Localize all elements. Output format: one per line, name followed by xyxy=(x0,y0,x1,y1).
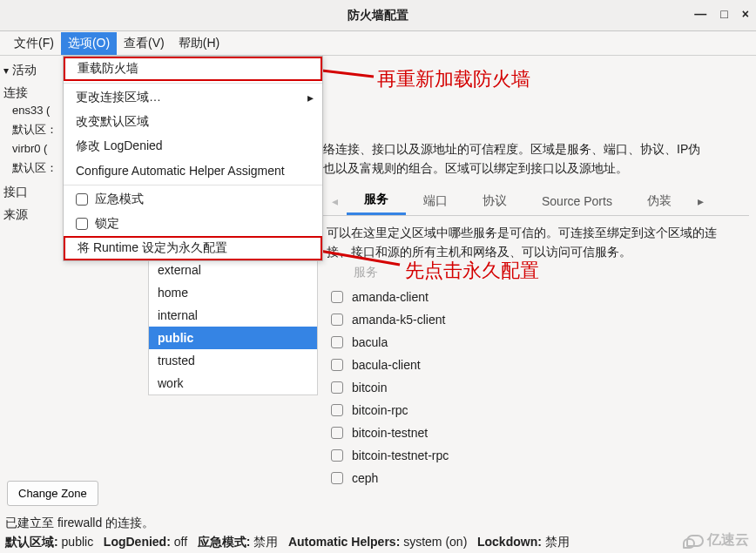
options-dropdown: 重载防火墙 更改连接区域… 改变默认区域 修改 LogDenied Config… xyxy=(63,56,323,261)
status-bar: 默认区域: public LogDenied: off 应急模式: 禁用 Aut… xyxy=(5,535,570,550)
zone-item-trusted[interactable]: trusted xyxy=(149,349,317,372)
service-row[interactable]: bitcoin xyxy=(329,376,744,399)
active-bindings-label[interactable]: ▾ 活动 xyxy=(3,63,63,78)
menu-change-default-zone[interactable]: 改变默认区域 xyxy=(64,110,322,134)
tab-nav-right-icon[interactable]: ▸ xyxy=(689,194,712,208)
checkbox-icon[interactable] xyxy=(331,472,343,484)
checkbox-icon[interactable] xyxy=(331,336,343,348)
annotation-permanent: 先点击永久配置 xyxy=(405,258,539,284)
menu-configure-helper[interactable]: Configure Automatic Helper Assigment xyxy=(64,158,322,183)
checkbox-icon xyxy=(76,193,88,206)
menu-modify-logdenied[interactable]: 修改 LogDenied xyxy=(64,134,322,158)
minimize-button[interactable]: — xyxy=(694,7,706,21)
connection-virbr0-zone: 默认区： xyxy=(3,158,63,178)
tab-protocols[interactable]: 协议 xyxy=(465,186,524,215)
maximize-button[interactable]: □ xyxy=(720,7,727,21)
left-sidebar: ▾ 活动 连接 ens33 ( 默认区： virbr0 ( 默认区： 接口 来源 xyxy=(3,63,63,223)
checkbox-icon xyxy=(76,218,88,230)
watermark: 亿速云 xyxy=(686,531,749,550)
menu-separator xyxy=(64,185,322,185)
connection-status: 已建立至 firewalld 的连接。 xyxy=(5,516,154,531)
connections-label: 连接 xyxy=(3,85,63,101)
menu-file[interactable]: 文件(F) xyxy=(7,32,61,55)
window-title: 防火墙配置 xyxy=(348,8,408,24)
zone-description: 络连接、接口以及源地址的可信程度。区域是服务、端口、协议、IP伪 也以及富规则的… xyxy=(323,139,749,178)
menu-change-connection-zone[interactable]: 更改连接区域… xyxy=(64,85,322,110)
service-row[interactable]: bacula-client xyxy=(329,354,744,376)
menu-reload-firewall[interactable]: 重载防火墙 xyxy=(64,57,322,81)
zone-item-public[interactable]: public xyxy=(149,327,317,349)
menu-options[interactable]: 选项(O) xyxy=(61,32,117,55)
services-list[interactable]: 服务 amanda-client amanda-k5-client bacula… xyxy=(329,265,744,489)
menu-bar: 文件(F) 选项(O) 查看(V) 帮助(H) xyxy=(0,31,756,56)
tab-source-ports[interactable]: Source Ports xyxy=(524,186,630,215)
service-row[interactable]: bitcoin-rpc xyxy=(329,399,744,421)
checkbox-icon[interactable] xyxy=(331,404,343,416)
window-controls: — □ × xyxy=(694,7,749,21)
connection-virbr0[interactable]: virbr0 ( xyxy=(3,139,63,158)
cloud-icon xyxy=(686,535,704,547)
change-zone-button[interactable]: Change Zone xyxy=(7,481,98,506)
title-bar: 防火墙配置 — □ × xyxy=(0,0,756,31)
zone-tabs: ◂ 服务 端口 协议 Source Ports 伪装 ▸ xyxy=(323,186,749,216)
service-row[interactable]: bitcoin-testnet xyxy=(329,421,744,444)
zone-list[interactable]: external home internal public trusted wo… xyxy=(148,258,318,395)
tab-services[interactable]: 服务 xyxy=(347,186,406,215)
zone-item-work[interactable]: work xyxy=(149,372,317,395)
tab-masquerade[interactable]: 伪装 xyxy=(630,186,689,215)
menu-help[interactable]: 帮助(H) xyxy=(172,32,226,55)
service-row[interactable]: amanda-k5-client xyxy=(329,308,744,331)
checkbox-icon[interactable] xyxy=(331,427,343,439)
chevron-down-icon: ▾ xyxy=(3,64,9,77)
menu-lockdown[interactable]: 锁定 xyxy=(64,212,322,236)
tab-nav-left-icon[interactable]: ◂ xyxy=(323,194,347,208)
checkbox-icon[interactable] xyxy=(331,381,343,394)
service-row[interactable]: ceph xyxy=(329,467,744,489)
checkbox-icon[interactable] xyxy=(331,449,343,462)
checkbox-icon[interactable] xyxy=(331,314,343,326)
tab-ports[interactable]: 端口 xyxy=(406,186,465,215)
annotation-reload: 再重新加载防火墙 xyxy=(377,66,530,92)
interfaces-label: 接口 xyxy=(3,185,63,200)
zone-item-internal[interactable]: internal xyxy=(149,304,317,327)
menu-panic-mode[interactable]: 应急模式 xyxy=(64,187,322,212)
menu-view[interactable]: 查看(V) xyxy=(117,32,172,55)
checkbox-icon[interactable] xyxy=(331,291,343,303)
menu-separator xyxy=(64,83,322,84)
connection-ens33[interactable]: ens33 ( xyxy=(3,101,63,120)
close-button[interactable]: × xyxy=(742,7,749,21)
checkbox-icon[interactable] xyxy=(331,359,343,371)
service-row[interactable]: bitcoin-testnet-rpc xyxy=(329,444,744,467)
service-row[interactable]: amanda-client xyxy=(329,286,744,308)
menu-runtime-to-permanent[interactable]: 将 Runtime 设定为永久配置 xyxy=(64,236,322,260)
sources-label: 来源 xyxy=(3,207,63,223)
zone-item-home[interactable]: home xyxy=(149,281,317,304)
service-row[interactable]: bacula xyxy=(329,331,744,354)
connection-ens33-zone: 默认区： xyxy=(3,120,63,139)
